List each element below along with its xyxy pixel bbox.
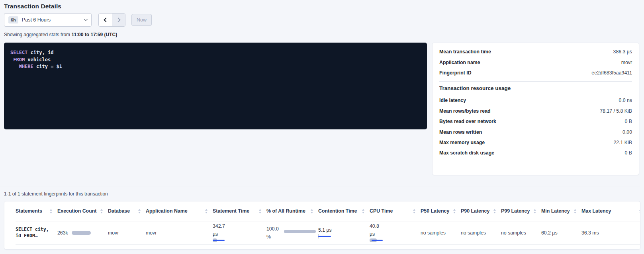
resource-row-mean-rows-written: Mean rows written 0.00 (439, 127, 632, 137)
runtime-value: 100.0 (266, 226, 279, 232)
resource-row-max-memory-usage: Max memory usage 22.1 KiB (439, 137, 632, 148)
sql-line: FROM vehicles (10, 57, 421, 64)
contention-time-bar (318, 234, 339, 238)
sort-icon (205, 209, 207, 213)
execution-count-bar (72, 231, 91, 235)
sql-line: WHERE city = $1 (10, 63, 421, 70)
sort-icon (493, 209, 496, 213)
sort-icon (413, 209, 415, 213)
resource-value: 0 B (625, 119, 632, 124)
resource-row-bytes-read-over-network: Bytes read over network 0 B (439, 116, 632, 127)
sql-statement-card: SELECT city, id FROM vehicles WHERE city… (4, 43, 427, 129)
column-header-cpu-time[interactable]: CPU Time (370, 201, 421, 221)
summary-value: ee2df683f5aa9411 (591, 70, 632, 76)
next-time-button[interactable] (112, 14, 125, 26)
sql-text: vehicles (25, 57, 51, 63)
sort-icon (100, 209, 103, 213)
resource-row-idle-latency: Idle latency 0.0 ns (439, 95, 632, 106)
time-controls: 6h Past 6 Hours Now (4, 13, 640, 27)
fingerprints-caption: 1-1 of 1 statement fingerprints for this… (4, 191, 640, 197)
summary-row-fingerprint-id: Fingerprint ID ee2df683f5aa9411 (439, 68, 632, 78)
column-header-min-latency[interactable]: Min Latency (541, 201, 581, 221)
execution-count-value: 263k (57, 230, 68, 236)
sql-keyword: SELECT (10, 50, 27, 55)
statement-link[interactable]: SELECT city, id FROM… (16, 227, 49, 239)
cpu-time-unit: µs (370, 231, 390, 237)
column-header-database[interactable]: Database (108, 201, 146, 221)
summary-label: Fingerprint ID (439, 70, 472, 76)
column-header-contention-time[interactable]: Contention Time (318, 201, 370, 221)
sort-icon (259, 209, 261, 213)
statements-table-card: Statements Execution Count Database Appl… (4, 201, 640, 250)
resource-row-max-scratch-disk-usage: Max scratch disk usage 0 B (439, 148, 632, 158)
sql-text: city, id (27, 50, 53, 55)
time-range-dropdown[interactable]: 6h Past 6 Hours (4, 13, 92, 27)
runtime-cell: 100.0 % (266, 221, 318, 244)
p50-latency-cell: no samples (421, 221, 461, 244)
details-cards-row: SELECT city, id FROM vehicles WHERE city… (4, 43, 640, 175)
resource-label: Bytes read over network (439, 119, 496, 124)
contention-time-value: 5.1 µs (318, 227, 339, 233)
runtime-unit: % (266, 234, 279, 240)
sql-line: SELECT city, id (10, 49, 421, 57)
sort-icon (574, 209, 576, 213)
summary-value: 386.3 µs (613, 49, 632, 55)
sort-icon (138, 209, 141, 213)
column-header-p99-latency[interactable]: P99 Latency (501, 201, 541, 221)
previous-time-button[interactable] (99, 14, 112, 26)
sort-icon (362, 209, 364, 213)
time-nav-group (98, 13, 125, 27)
sql-text: city = $1 (33, 64, 62, 69)
sort-icon (311, 209, 313, 213)
summary-label: Application name (439, 60, 480, 65)
column-header-p50-latency[interactable]: P50 Latency (421, 201, 461, 221)
statement-time-cell: 342.7 µs (213, 221, 266, 244)
min-latency-cell: 60.2 µs (541, 221, 581, 244)
cpu-time-cell: 40.8 µs (370, 221, 421, 244)
section-divider (0, 186, 640, 186)
column-header-statement-time[interactable]: Statement Time (213, 201, 266, 221)
resource-row-mean-rows-bytes-read: Mean rows/bytes read 78.17 / 5.8 KiB (439, 106, 632, 116)
runtime-bar (284, 230, 316, 233)
statement-row: SELECT city, id FROM… 263k movr movr 342… (16, 221, 640, 244)
resource-label: Idle latency (439, 98, 466, 103)
column-header-p90-latency[interactable]: P90 Latency (461, 201, 501, 221)
statement-cell: SELECT city, id FROM… (16, 221, 57, 244)
summary-label: Mean transaction time (439, 49, 491, 55)
cpu-time-value: 40.8 (370, 223, 390, 229)
sql-keyword: FROM (10, 57, 25, 63)
sql-code: SELECT city, id FROM vehicles WHERE city… (10, 49, 421, 70)
column-header-max-latency[interactable]: Max Latency (581, 201, 640, 221)
resource-label: Mean rows/bytes read (439, 108, 490, 114)
summary-row-mean-transaction-time: Mean transaction time 386.3 µs (439, 47, 632, 57)
sort-icon (50, 209, 52, 213)
column-header-application-name[interactable]: Application Name (146, 201, 213, 221)
now-button[interactable]: Now (131, 14, 152, 26)
resource-label: Max memory usage (439, 140, 485, 145)
cpu-time-bar (370, 238, 390, 242)
execution-count-cell: 263k (57, 221, 108, 244)
resource-usage-heading: Transaction resource usage (439, 85, 632, 91)
column-header-statements[interactable]: Statements (16, 201, 57, 221)
column-header-execution-count[interactable]: Execution Count (57, 201, 108, 221)
statements-table-header: Statements Execution Count Database Appl… (16, 201, 640, 221)
caption-time-range: 11:00 to 17:59 (UTC) (71, 32, 117, 37)
statement-time-bar (213, 238, 233, 242)
resource-value: 78.17 / 5.8 KiB (600, 108, 632, 114)
page-title: Transaction Details (4, 3, 640, 10)
statement-time-value: 342.7 (213, 223, 233, 229)
transaction-summary-card: Mean transaction time 386.3 µs Applicati… (432, 43, 639, 175)
summary-row-application-name: Application name movr (439, 57, 632, 67)
chevron-down-icon (84, 17, 88, 21)
sort-icon (639, 209, 640, 213)
contention-time-cell: 5.1 µs (318, 221, 370, 244)
column-header-percent-of-all-runtime[interactable]: % of All Runtime (266, 201, 318, 221)
chevron-right-icon (116, 18, 120, 22)
p90-latency-cell: no samples (461, 221, 501, 244)
statement-time-unit: µs (213, 231, 233, 237)
sql-keyword: WHERE (10, 64, 33, 69)
aggregated-stats-caption: Showing aggregated stats from 11:00 to 1… (4, 32, 640, 37)
time-range-badge: 6h (8, 16, 18, 23)
sort-icon (534, 209, 536, 213)
resource-value: 0 B (625, 150, 632, 156)
